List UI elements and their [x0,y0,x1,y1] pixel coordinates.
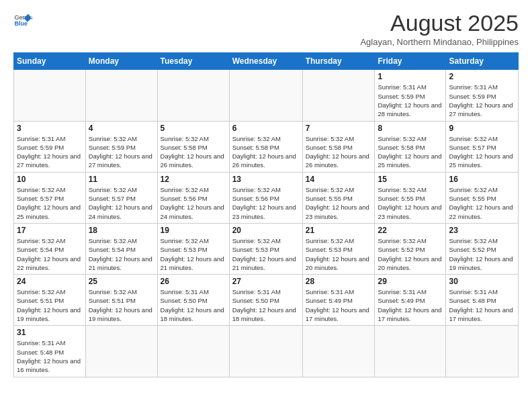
cell-info: Sunrise: 5:31 AM Sunset: 5:49 PM Dayligh… [378,287,443,323]
cell-date: 15 [378,175,443,184]
cell-date: 11 [89,175,154,184]
cell-date: 8 [378,124,443,133]
table-row [229,326,302,377]
cell-info: Sunrise: 5:31 AM Sunset: 5:48 PM Dayligh… [17,338,83,374]
cell-info: Sunrise: 5:32 AM Sunset: 5:55 PM Dayligh… [306,185,372,221]
calendar-header-row: Sunday Monday Tuesday Wednesday Thursday… [14,53,519,70]
col-wednesday: Wednesday [229,53,302,70]
col-friday: Friday [375,53,446,70]
cell-date: 28 [306,277,372,286]
cell-info: Sunrise: 5:32 AM Sunset: 5:53 PM Dayligh… [232,236,300,272]
cell-date: 25 [89,277,154,286]
table-row: 14Sunrise: 5:32 AM Sunset: 5:55 PM Dayli… [302,172,375,223]
cell-info: Sunrise: 5:32 AM Sunset: 5:52 PM Dayligh… [449,236,515,272]
logo: General Blue General Blue [13,11,32,30]
cell-info: Sunrise: 5:32 AM Sunset: 5:56 PM Dayligh… [232,185,300,221]
table-row: 31Sunrise: 5:31 AM Sunset: 5:48 PM Dayli… [14,326,86,377]
cell-info: Sunrise: 5:32 AM Sunset: 5:55 PM Dayligh… [449,185,515,221]
table-row [446,326,519,377]
table-row: 7Sunrise: 5:32 AM Sunset: 5:58 PM Daylig… [302,121,375,172]
cell-date: 3 [17,124,83,133]
table-row: 1Sunrise: 5:31 AM Sunset: 5:59 PM Daylig… [375,70,446,121]
table-row [14,70,86,121]
cell-info: Sunrise: 5:32 AM Sunset: 5:57 PM Dayligh… [449,134,515,170]
table-row: 25Sunrise: 5:32 AM Sunset: 5:51 PM Dayli… [85,275,157,326]
calendar-table: Sunday Monday Tuesday Wednesday Thursday… [13,52,519,377]
cell-info: Sunrise: 5:31 AM Sunset: 5:48 PM Dayligh… [449,287,515,323]
cell-date: 20 [232,226,300,235]
cell-date: 30 [449,277,515,286]
table-row [229,70,302,121]
table-row [85,70,157,121]
cell-date: 12 [161,175,226,184]
col-sunday: Sunday [14,53,86,70]
table-row: 23Sunrise: 5:32 AM Sunset: 5:52 PM Dayli… [446,223,519,274]
cell-date: 14 [306,175,372,184]
cell-info: Sunrise: 5:31 AM Sunset: 5:59 PM Dayligh… [17,134,83,170]
table-row: 15Sunrise: 5:32 AM Sunset: 5:55 PM Dayli… [375,172,446,223]
table-row: 8Sunrise: 5:32 AM Sunset: 5:58 PM Daylig… [375,121,446,172]
cell-date: 6 [232,124,300,133]
cell-date: 9 [449,124,515,133]
svg-text:Blue: Blue [14,20,28,27]
table-row [375,326,446,377]
cell-info: Sunrise: 5:31 AM Sunset: 5:50 PM Dayligh… [161,287,226,323]
cell-date: 29 [378,277,443,286]
table-row: 17Sunrise: 5:32 AM Sunset: 5:54 PM Dayli… [14,223,86,274]
cell-date: 23 [449,226,515,235]
cell-info: Sunrise: 5:32 AM Sunset: 5:55 PM Dayligh… [378,185,443,221]
title-block: August 2025 Aglayan, Northern Mindanao, … [360,11,519,47]
page: General Blue General Blue August 2025 Ag… [0,0,532,411]
cell-date: 27 [232,277,300,286]
cell-info: Sunrise: 5:32 AM Sunset: 5:53 PM Dayligh… [161,236,226,272]
cell-date: 26 [161,277,226,286]
cell-info: Sunrise: 5:32 AM Sunset: 5:53 PM Dayligh… [306,236,372,272]
cell-info: Sunrise: 5:32 AM Sunset: 5:59 PM Dayligh… [89,134,154,170]
table-row: 4Sunrise: 5:32 AM Sunset: 5:59 PM Daylig… [85,121,157,172]
cell-info: Sunrise: 5:31 AM Sunset: 5:49 PM Dayligh… [306,287,372,323]
cell-date: 31 [17,328,83,337]
cell-date: 7 [306,124,372,133]
cell-info: Sunrise: 5:31 AM Sunset: 5:59 PM Dayligh… [378,83,443,118]
cell-date: 24 [17,277,83,286]
cell-date: 18 [89,226,154,235]
month-year: August 2025 [360,11,519,36]
table-row [302,70,375,121]
cell-info: Sunrise: 5:32 AM Sunset: 5:58 PM Dayligh… [306,134,372,170]
location: Aglayan, Northern Mindanao, Philippines [360,37,519,47]
table-row: 21Sunrise: 5:32 AM Sunset: 5:53 PM Dayli… [302,223,375,274]
table-row: 27Sunrise: 5:31 AM Sunset: 5:50 PM Dayli… [229,275,302,326]
table-row: 22Sunrise: 5:32 AM Sunset: 5:52 PM Dayli… [375,223,446,274]
cell-info: Sunrise: 5:32 AM Sunset: 5:58 PM Dayligh… [232,134,300,170]
cell-date: 1 [378,72,443,81]
cell-info: Sunrise: 5:32 AM Sunset: 5:58 PM Dayligh… [161,134,226,170]
cell-date: 13 [232,175,300,184]
cell-info: Sunrise: 5:31 AM Sunset: 5:50 PM Dayligh… [232,287,300,323]
table-row: 20Sunrise: 5:32 AM Sunset: 5:53 PM Dayli… [229,223,302,274]
cell-info: Sunrise: 5:32 AM Sunset: 5:58 PM Dayligh… [378,134,443,170]
table-row [157,326,229,377]
table-row: 26Sunrise: 5:31 AM Sunset: 5:50 PM Dayli… [157,275,229,326]
table-row: 5Sunrise: 5:32 AM Sunset: 5:58 PM Daylig… [157,121,229,172]
table-row: 2Sunrise: 5:31 AM Sunset: 5:59 PM Daylig… [446,70,519,121]
table-row: 24Sunrise: 5:32 AM Sunset: 5:51 PM Dayli… [14,275,86,326]
cell-info: Sunrise: 5:32 AM Sunset: 5:57 PM Dayligh… [89,185,154,221]
cell-date: 19 [161,226,226,235]
table-row: 12Sunrise: 5:32 AM Sunset: 5:56 PM Dayli… [157,172,229,223]
cell-info: Sunrise: 5:32 AM Sunset: 5:51 PM Dayligh… [17,287,83,323]
table-row: 30Sunrise: 5:31 AM Sunset: 5:48 PM Dayli… [446,275,519,326]
table-row: 28Sunrise: 5:31 AM Sunset: 5:49 PM Dayli… [302,275,375,326]
cell-info: Sunrise: 5:32 AM Sunset: 5:56 PM Dayligh… [161,185,226,221]
table-row [157,70,229,121]
header: General Blue General Blue August 2025 Ag… [13,11,519,47]
cell-info: Sunrise: 5:32 AM Sunset: 5:54 PM Dayligh… [89,236,154,272]
table-row: 10Sunrise: 5:32 AM Sunset: 5:57 PM Dayli… [14,172,86,223]
table-row: 18Sunrise: 5:32 AM Sunset: 5:54 PM Dayli… [85,223,157,274]
cell-date: 2 [449,72,515,81]
table-row: 29Sunrise: 5:31 AM Sunset: 5:49 PM Dayli… [375,275,446,326]
cell-info: Sunrise: 5:32 AM Sunset: 5:51 PM Dayligh… [89,287,154,323]
table-row: 11Sunrise: 5:32 AM Sunset: 5:57 PM Dayli… [85,172,157,223]
table-row: 16Sunrise: 5:32 AM Sunset: 5:55 PM Dayli… [446,172,519,223]
cell-date: 4 [89,124,154,133]
generalblue-logo-icon: General Blue [13,11,32,30]
